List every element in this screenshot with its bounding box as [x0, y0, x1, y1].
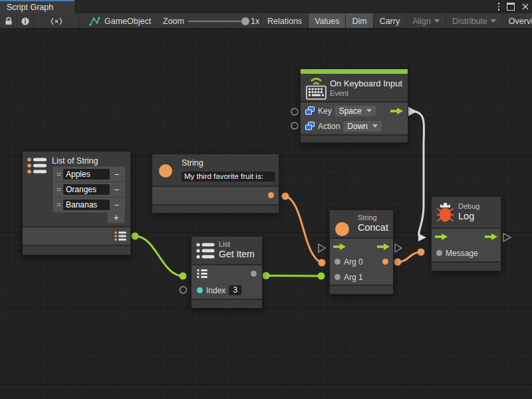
arg1-label: Arg 1 [344, 273, 363, 282]
list-item-row: = Oranges − [53, 182, 125, 198]
wire-list-to-getitem[interactable] [135, 236, 183, 276]
port-flow-in-concat[interactable] [319, 244, 325, 252]
values-button[interactable]: Values [309, 13, 346, 29]
port-concat-arg1-input[interactable] [318, 273, 325, 280]
close-icon[interactable] [522, 3, 529, 10]
flow-arrow-icon [485, 233, 497, 240]
action-dropdown[interactable]: Down [343, 121, 382, 132]
node-debug-log[interactable]: Debug Log Message [431, 196, 501, 271]
port-flow-out-concat[interactable] [395, 244, 402, 252]
port-concat-arg0-input[interactable] [319, 259, 326, 267]
remove-item-button[interactable]: − [110, 185, 124, 195]
node-footer [152, 205, 279, 213]
port-concat-result-output[interactable] [394, 259, 402, 266]
node-list-of-string[interactable]: List of String = Apples − = Oranges − = [22, 151, 131, 255]
node-concat[interactable]: String Concat Arg 0 Arg 1 [329, 209, 394, 295]
wire-getitem-to-concat-arg1[interactable] [266, 276, 321, 277]
list-item-field[interactable]: Oranges [63, 184, 110, 195]
remove-item-button[interactable]: − [110, 200, 124, 210]
drag-handle-icon[interactable]: = [55, 170, 63, 179]
flow-arrow-icon [333, 243, 346, 250]
string-value-field[interactable]: My third favorite fruit is: [182, 172, 275, 182]
flow-arrow-icon [435, 233, 448, 240]
port-getitem-output[interactable] [263, 272, 270, 279]
arg0-label: Arg 0 [344, 257, 363, 267]
zoom-label: Zoom [163, 17, 184, 26]
action-label: Action [318, 122, 340, 131]
drag-handle-icon[interactable]: = [55, 185, 63, 194]
info-button[interactable] [17, 13, 33, 29]
node-string-literal[interactable]: String My third favorite fruit is: [152, 154, 279, 213]
port-flow-out-keyboard[interactable] [408, 106, 417, 116]
dim-button[interactable]: Dim [346, 13, 373, 29]
key-label: Key [318, 106, 332, 116]
chevron-down-icon [372, 124, 378, 128]
carry-button[interactable]: Carry [374, 13, 407, 29]
node-category: Debug [458, 202, 479, 210]
node-category: List [219, 240, 230, 248]
item-output-dot [251, 271, 257, 277]
drag-handle-icon[interactable]: = [55, 200, 63, 209]
keyboard-icon [306, 75, 327, 100]
graph-owner[interactable]: GameObject [89, 13, 151, 29]
node-footer [301, 136, 408, 142]
port-log-message-input[interactable] [418, 249, 425, 256]
lock-button[interactable] [0, 13, 17, 29]
edit-source-button[interactable] [34, 13, 79, 29]
chevron-down-icon [491, 19, 496, 23]
flow-arrow-icon [390, 108, 403, 114]
string-list-editor: = Apples − = Oranges − = Bananas − [53, 166, 126, 213]
wire-string-to-concat-arg0[interactable] [285, 196, 322, 263]
chevron-down-icon [434, 19, 440, 23]
overview-button[interactable]: Overview [503, 13, 532, 29]
zoom-slider[interactable] [188, 21, 247, 22]
wire-concat-to-log-message[interactable] [398, 252, 421, 262]
maximize-icon[interactable] [507, 3, 515, 11]
key-dropdown[interactable]: Space [335, 106, 376, 116]
port-string-output[interactable] [282, 193, 289, 200]
node-get-item[interactable]: List Get Item Index 3 [191, 236, 263, 309]
zoom-slider-handle[interactable] [241, 17, 249, 25]
node-subtitle: Event [330, 89, 348, 97]
lock-icon [5, 17, 13, 25]
result-output-dot [382, 259, 388, 265]
list-item-field[interactable]: Apples [63, 169, 110, 180]
port-getitem-list-input[interactable] [180, 273, 187, 280]
port-getitem-index-input[interactable] [180, 287, 187, 293]
message-label: Message [446, 249, 478, 258]
node-on-keyboard-input[interactable]: On Keyboard Input Event Key Space [300, 68, 408, 143]
align-dropdown[interactable]: Align [406, 13, 446, 29]
node-title: List of String [52, 156, 98, 166]
script-graph-icon [89, 17, 100, 26]
port-list-output[interactable] [132, 233, 139, 240]
title-bar: Script Graph [0, 0, 532, 13]
kebab-menu-icon[interactable] [498, 3, 500, 11]
port-flow-out-log[interactable] [503, 233, 511, 241]
tab-script-graph[interactable]: Script Graph [0, 0, 74, 13]
string-type-icon [335, 222, 349, 236]
port-keyboard-action-input[interactable] [291, 122, 298, 129]
zoom-control: Zoom 1x [163, 13, 259, 29]
chevron-down-icon [366, 109, 372, 112]
node-title: Log [458, 211, 474, 221]
wire-flow-keyboard-to-log[interactable] [414, 112, 424, 237]
node-title: String [182, 158, 203, 168]
code-brackets-icon [51, 17, 63, 25]
enum-icon [305, 122, 315, 130]
string-output-dot [268, 192, 274, 198]
port-keyboard-key-input[interactable] [291, 108, 298, 115]
remove-item-button[interactable]: − [110, 170, 124, 180]
relations-button[interactable]: Relations [261, 13, 309, 29]
list-item-field[interactable]: Bananas [63, 200, 110, 210]
list-input-icon [197, 269, 208, 279]
add-item-button[interactable]: + [107, 212, 125, 223]
distribute-dropdown[interactable]: Distribute [446, 13, 503, 29]
port-flow-in-log[interactable] [418, 233, 426, 241]
graph-canvas[interactable]: On Keyboard Input Event Key Space [0, 29, 532, 399]
list-icon [196, 242, 215, 259]
node-category: String [358, 213, 377, 221]
info-icon [21, 17, 29, 25]
index-label: Index [206, 286, 225, 295]
index-field[interactable]: 3 [229, 285, 241, 295]
index-input-dot [197, 287, 203, 293]
